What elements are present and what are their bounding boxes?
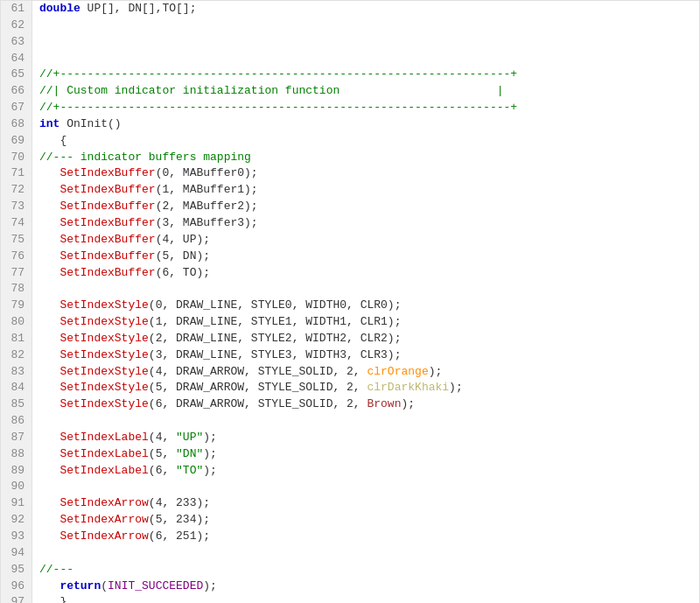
code-line: SetIndexArrow(4, 233); — [39, 495, 692, 512]
code-line: SetIndexStyle(4, DRAW_ARROW, STYLE_SOLID… — [39, 364, 692, 381]
line-number: 61 — [8, 1, 24, 18]
line-number: 71 — [8, 165, 24, 182]
code-line: //+-------------------------------------… — [39, 67, 692, 83]
line-number: 69 — [8, 133, 24, 150]
line-number: 83 — [8, 364, 24, 381]
code-line: double UP[], DN[],TO[]; — [39, 1, 692, 18]
line-number: 96 — [8, 578, 24, 595]
line-number: 78 — [8, 281, 24, 298]
code-content[interactable]: double UP[], DN[],TO[]; //+-------------… — [32, 1, 699, 603]
code-line: SetIndexLabel(6, "TO"); — [39, 463, 692, 480]
code-line — [39, 18, 692, 34]
code-line: SetIndexStyle(5, DRAW_ARROW, STYLE_SOLID… — [39, 380, 692, 396]
code-line: SetIndexStyle(2, DRAW_LINE, STYLE2, WIDT… — [39, 331, 692, 347]
code-line: SetIndexStyle(1, DRAW_LINE, STYLE1, WIDT… — [39, 314, 692, 331]
code-line: SetIndexStyle(0, DRAW_LINE, STYLE0, WIDT… — [39, 298, 692, 314]
code-line: SetIndexBuffer(6, TO); — [39, 265, 692, 282]
line-number: 81 — [8, 331, 24, 347]
code-line — [39, 413, 692, 430]
line-number: 93 — [8, 529, 24, 545]
code-editor: 6162636465666768697071727374757677787980… — [0, 0, 700, 603]
code-line: SetIndexArrow(6, 251); — [39, 529, 692, 545]
line-number: 97 — [8, 594, 24, 603]
code-line: SetIndexBuffer(1, MABuffer1); — [39, 182, 692, 199]
line-number: 95 — [8, 562, 24, 578]
line-number: 91 — [8, 495, 24, 512]
line-number: 92 — [8, 512, 24, 529]
line-number: 89 — [8, 463, 24, 480]
code-line — [39, 479, 692, 495]
code-line: //--- — [39, 562, 692, 578]
line-number: 67 — [8, 100, 24, 116]
code-line: return(INIT_SUCCEEDED); — [39, 578, 692, 595]
code-line — [39, 51, 692, 67]
line-number: 64 — [8, 51, 24, 67]
code-line: SetIndexBuffer(4, UP); — [39, 232, 692, 249]
code-line — [39, 545, 692, 562]
code-line: int OnInit() — [39, 116, 692, 133]
code-line: SetIndexStyle(3, DRAW_LINE, STYLE3, WIDT… — [39, 347, 692, 364]
line-number: 90 — [8, 479, 24, 495]
code-line: SetIndexBuffer(3, MABuffer3); — [39, 215, 692, 232]
code-line: //--- indicator buffers mapping — [39, 150, 692, 166]
line-number: 86 — [8, 413, 24, 430]
line-number: 66 — [8, 83, 24, 100]
code-line: SetIndexBuffer(2, MABuffer2); — [39, 199, 692, 215]
line-number: 76 — [8, 249, 24, 265]
line-number: 75 — [8, 232, 24, 249]
line-number: 84 — [8, 380, 24, 396]
code-line: SetIndexStyle(6, DRAW_ARROW, STYLE_SOLID… — [39, 396, 692, 413]
line-number: 80 — [8, 314, 24, 331]
line-number: 79 — [8, 298, 24, 314]
code-line: SetIndexLabel(5, "DN"); — [39, 446, 692, 463]
line-number: 63 — [8, 34, 24, 51]
code-line — [39, 34, 692, 51]
code-line: //+-------------------------------------… — [39, 100, 692, 116]
line-number: 94 — [8, 545, 24, 562]
code-line — [39, 281, 692, 298]
line-number: 85 — [8, 396, 24, 413]
line-number: 73 — [8, 199, 24, 215]
line-number: 87 — [8, 430, 24, 446]
line-numbers: 6162636465666768697071727374757677787980… — [1, 1, 32, 603]
code-line: { — [39, 133, 692, 150]
line-number: 82 — [8, 347, 24, 364]
line-number: 62 — [8, 18, 24, 34]
line-number: 88 — [8, 446, 24, 463]
line-number: 74 — [8, 215, 24, 232]
line-number: 72 — [8, 182, 24, 199]
line-number: 68 — [8, 116, 24, 133]
code-line: //| Custom indicator initialization func… — [39, 83, 692, 100]
code-line: } — [39, 594, 692, 603]
code-line: SetIndexBuffer(0, MABuffer0); — [39, 165, 692, 182]
line-number: 70 — [8, 150, 24, 166]
code-line: SetIndexLabel(4, "UP"); — [39, 430, 692, 446]
code-line: SetIndexBuffer(5, DN); — [39, 249, 692, 265]
line-number: 65 — [8, 67, 24, 83]
code-line: SetIndexArrow(5, 234); — [39, 512, 692, 529]
line-number: 77 — [8, 265, 24, 282]
